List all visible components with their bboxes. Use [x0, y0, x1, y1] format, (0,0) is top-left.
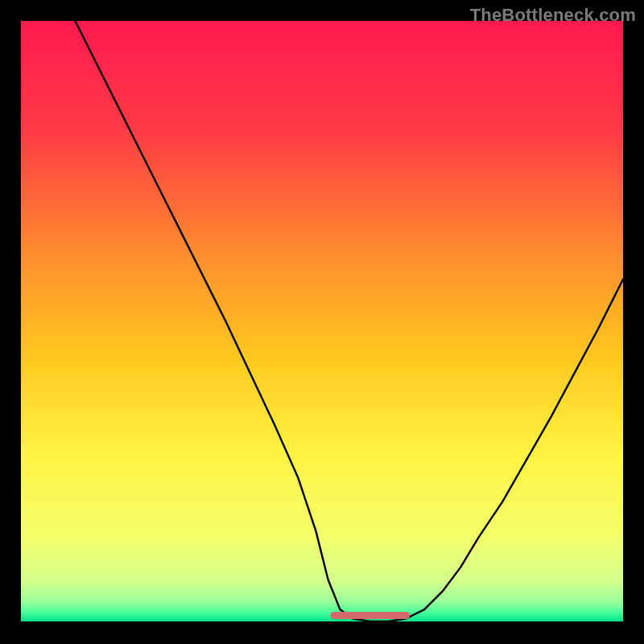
gradient-background [21, 21, 623, 621]
chart-svg [0, 0, 644, 644]
bottleneck-chart: TheBottleneck.com [0, 0, 644, 644]
